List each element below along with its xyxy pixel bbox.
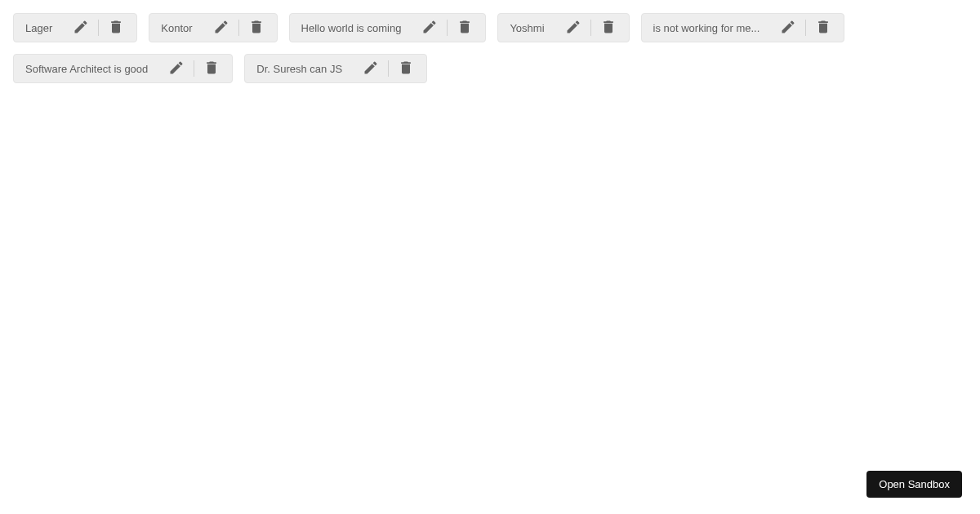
edit-button[interactable] bbox=[67, 14, 95, 42]
chip-label: Lager bbox=[25, 22, 52, 34]
chip-label: Yoshmi bbox=[510, 22, 544, 34]
trash-icon bbox=[457, 19, 473, 38]
chip-label: Kontor bbox=[161, 22, 192, 34]
delete-button[interactable] bbox=[809, 14, 837, 42]
chip-label: is not working for me... bbox=[653, 22, 760, 34]
delete-button[interactable] bbox=[392, 55, 420, 82]
trash-icon bbox=[815, 19, 831, 38]
divider bbox=[590, 20, 591, 36]
chip-item: Kontor bbox=[149, 13, 277, 42]
divider bbox=[388, 60, 389, 77]
delete-button[interactable] bbox=[102, 14, 130, 42]
edit-button[interactable] bbox=[357, 55, 385, 82]
chips-container: Lager Kontor Hello world is coming bbox=[13, 13, 967, 83]
edit-button[interactable] bbox=[207, 14, 235, 42]
chip-item: Hello world is coming bbox=[289, 13, 487, 42]
edit-button[interactable] bbox=[559, 14, 587, 42]
delete-button[interactable] bbox=[451, 14, 479, 42]
edit-button[interactable] bbox=[774, 14, 802, 42]
pencil-icon bbox=[565, 19, 581, 38]
trash-icon bbox=[203, 60, 220, 78]
divider bbox=[805, 20, 806, 36]
chip-label: Hello world is coming bbox=[301, 22, 402, 34]
trash-icon bbox=[398, 60, 414, 78]
chip-item: Yoshmi bbox=[497, 13, 629, 42]
edit-button[interactable] bbox=[416, 14, 443, 42]
pencil-icon bbox=[168, 60, 185, 78]
divider bbox=[447, 20, 448, 36]
pencil-icon bbox=[421, 19, 438, 38]
divider bbox=[238, 20, 239, 36]
edit-button[interactable] bbox=[163, 55, 190, 82]
pencil-icon bbox=[363, 60, 379, 78]
divider bbox=[98, 20, 99, 36]
trash-icon bbox=[108, 19, 124, 38]
pencil-icon bbox=[213, 19, 229, 38]
delete-button[interactable] bbox=[198, 55, 225, 82]
chip-item: Dr. Suresh can JS bbox=[244, 54, 427, 83]
open-sandbox-button[interactable]: Open Sandbox bbox=[866, 471, 962, 498]
trash-icon bbox=[600, 19, 617, 38]
chip-item: Software Architect is good bbox=[13, 54, 233, 83]
pencil-icon bbox=[780, 19, 796, 38]
delete-button[interactable] bbox=[595, 14, 622, 42]
divider bbox=[194, 60, 194, 77]
trash-icon bbox=[248, 19, 265, 38]
chip-label: Dr. Suresh can JS bbox=[256, 63, 342, 75]
chip-item: is not working for me... bbox=[641, 13, 845, 42]
delete-button[interactable] bbox=[243, 14, 270, 42]
chip-label: Software Architect is good bbox=[25, 63, 148, 75]
chip-item: Lager bbox=[13, 13, 137, 42]
pencil-icon bbox=[73, 19, 89, 38]
